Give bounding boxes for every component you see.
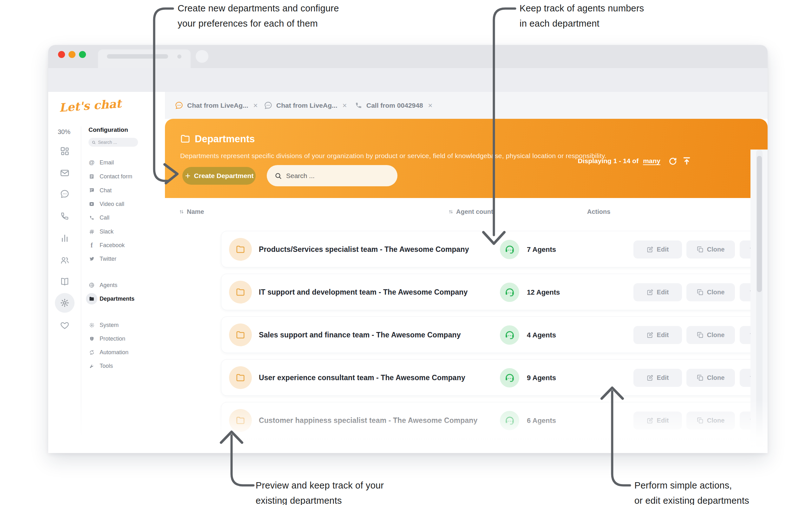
refresh-icon[interactable] (668, 156, 678, 166)
departments-header-card: Departments Departments represent specif… (165, 119, 768, 198)
agent-headset-icon (500, 368, 519, 387)
sidebar-item-label: Automation (100, 349, 128, 356)
folder-icon (229, 238, 252, 261)
edit-button[interactable]: Edit (633, 369, 682, 387)
facebook-icon: f (89, 242, 95, 248)
traffic-light-minimize[interactable] (69, 51, 76, 58)
sidebar-item-facebook[interactable]: f Facebook (89, 241, 125, 249)
edit-button[interactable]: Edit (633, 326, 682, 344)
agent-headset-icon (500, 240, 519, 259)
sidebar-item-agents[interactable]: Agents (89, 281, 117, 290)
displaying-many-link[interactable]: many (643, 157, 660, 165)
sidebar-item-video-call[interactable]: Video call (89, 200, 124, 208)
create-department-label: Create Department (194, 172, 254, 180)
tab-title-placeholder (107, 54, 168, 58)
sidebar-item-tools[interactable]: Tools (89, 361, 113, 370)
collapse-top-icon[interactable] (682, 156, 691, 166)
column-label: Actions (587, 208, 610, 215)
agent-headset-icon (500, 283, 519, 302)
sidebar-item-departments[interactable]: Departments (89, 294, 134, 303)
department-row: IT support and development team - The Aw… (221, 274, 768, 310)
folder-icon (180, 134, 190, 144)
folder-icon (229, 323, 252, 346)
sidebar-item-call[interactable]: Call (89, 213, 109, 222)
gear-icon[interactable] (60, 298, 70, 308)
traffic-light-close[interactable] (58, 51, 65, 58)
clone-copy-icon (697, 417, 704, 424)
sidebar-item-label: Departments (100, 296, 134, 302)
sidebar-item-label: Twitter (100, 256, 116, 262)
column-header-name[interactable]: Name (179, 208, 204, 215)
sidebar-item-contact-form[interactable]: Contact form (89, 172, 132, 181)
dashboard-grid-icon[interactable] (60, 146, 70, 156)
clone-button[interactable]: Clone (686, 283, 735, 301)
sidebar-item-automation[interactable]: Automation (89, 348, 128, 357)
sidebar-item-label: Contact form (100, 173, 132, 180)
edit-button[interactable]: Edit (633, 283, 682, 301)
sidebar-divider (81, 126, 81, 443)
department-name: Customer happiness specialist team - The… (259, 402, 477, 439)
displaying-text: Displaying 1 - 14 of (578, 157, 639, 165)
wrench-icon (89, 363, 95, 369)
browser-tab[interactable] (98, 49, 191, 68)
sidebar-search-input[interactable] (98, 140, 133, 145)
column-label: Name (187, 208, 204, 215)
create-department-button[interactable]: Create Department (183, 167, 256, 185)
department-name: IT support and development team - The Aw… (259, 274, 468, 311)
heart-icon[interactable] (60, 321, 70, 330)
new-tab-button[interactable] (196, 50, 208, 63)
sidebar-item-system[interactable]: System (89, 321, 119, 329)
edit-button[interactable]: Edit (633, 240, 682, 259)
scrollbar-thumb[interactable] (757, 156, 762, 292)
clone-button[interactable]: Clone (686, 326, 735, 344)
bar-chart-icon[interactable] (60, 233, 70, 243)
sidebar-item-label: Video call (100, 201, 124, 207)
app-tab-call[interactable]: Call from 0042948 × (355, 92, 434, 119)
agent-count: 12 Agents (527, 274, 560, 311)
departments-search[interactable] (267, 165, 397, 186)
sidebar-item-twitter[interactable]: Twitter (89, 255, 116, 263)
app-header: Let's chat Chat from LiveAg... × Chat fr… (48, 92, 768, 119)
tab-close-icon[interactable] (177, 54, 182, 58)
traffic-light-maximize[interactable] (79, 51, 86, 58)
clone-button[interactable]: Clone (686, 240, 735, 259)
contacts-people-icon[interactable] (60, 256, 70, 265)
chat-bubble-icon[interactable] (60, 189, 70, 199)
app-tab-label: Chat from LiveAg... (276, 102, 338, 109)
sidebar: 30% (48, 119, 165, 453)
clone-button[interactable]: Clone (686, 411, 735, 430)
department-name: Sales support and finance team - The Awe… (259, 317, 461, 353)
mail-icon[interactable] (60, 168, 70, 178)
close-icon[interactable]: × (252, 101, 259, 110)
form-icon (89, 173, 95, 180)
sidebar-item-chat[interactable]: Chat (89, 186, 112, 195)
phone-icon[interactable] (60, 211, 70, 221)
sidebar-item-label: Chat (100, 187, 112, 194)
departments-search-input[interactable] (286, 172, 381, 180)
search-icon (274, 172, 282, 180)
annotation-line: your preferences for each of them (178, 16, 339, 31)
agent-headset-icon (500, 325, 519, 345)
sidebar-item-email[interactable]: @ Email (89, 158, 114, 167)
app-tab-chat-1[interactable]: Chat from LiveAg... × (175, 92, 259, 119)
clone-label: Clone (707, 246, 725, 253)
edit-pencil-icon (647, 374, 654, 381)
sidebar-item-slack[interactable]: Slack (89, 227, 114, 236)
close-icon[interactable]: × (427, 101, 434, 110)
sidebar-item-label: Agents (100, 282, 117, 289)
sidebar-item-protection[interactable]: Protection (89, 334, 125, 343)
gear-icon (89, 322, 95, 328)
annotation-line: Preview and keep track of your (256, 478, 384, 493)
at-icon: @ (89, 159, 95, 166)
edit-button[interactable]: Edit (633, 411, 682, 430)
sidebar-search[interactable] (89, 138, 138, 147)
column-header-agent-count[interactable]: Agent count (448, 208, 493, 215)
clone-button[interactable]: Clone (686, 369, 735, 387)
app-tab-chat-2[interactable]: Chat from LiveAg... × (264, 92, 348, 119)
zoom-level-label: 30% (58, 128, 71, 136)
knowledgebase-book-icon[interactable] (60, 277, 70, 286)
sidebar-item-label: Tools (100, 363, 113, 369)
close-icon[interactable]: × (341, 101, 348, 110)
phone-icon (89, 214, 95, 221)
chat-icon (89, 187, 95, 194)
